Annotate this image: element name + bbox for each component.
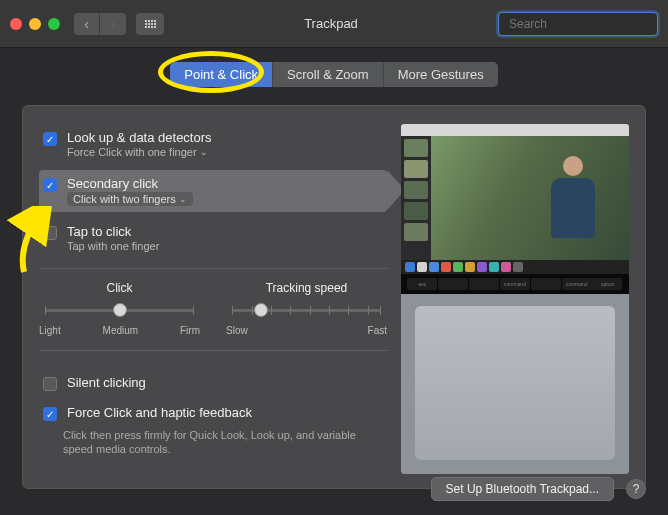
footer: Set Up Bluetooth Trackpad... ? [431, 477, 646, 501]
tab-point-click[interactable]: Point & Click [170, 62, 273, 87]
minimize-icon[interactable] [29, 18, 41, 30]
secondary-subtitle-menu[interactable]: Click with two fingers⌄ [67, 192, 193, 206]
show-all-button[interactable] [136, 13, 164, 35]
click-max: Firm [180, 325, 200, 336]
grid-icon [145, 20, 156, 28]
search-field[interactable] [498, 12, 658, 36]
forward-button[interactable]: › [100, 13, 126, 35]
setup-bluetooth-button[interactable]: Set Up Bluetooth Trackpad... [431, 477, 614, 501]
window-controls [10, 18, 60, 30]
click-slider-group: Click Light Medium Firm [39, 281, 200, 336]
silent-title: Silent clicking [67, 375, 146, 390]
back-button[interactable]: ‹ [74, 13, 100, 35]
window-title: Trackpad [164, 16, 498, 31]
tab-scroll-zoom[interactable]: Scroll & Zoom [273, 62, 384, 87]
silent-checkbox[interactable] [43, 377, 57, 391]
secondary-title: Secondary click [67, 176, 193, 191]
tracking-max: Fast [368, 325, 387, 336]
help-button[interactable]: ? [626, 479, 646, 499]
click-mid: Medium [103, 325, 139, 336]
lookup-title: Look up & data detectors [67, 130, 212, 145]
tracking-slider-group: Tracking speed Slow Fast [226, 281, 387, 336]
gesture-preview: esccommandcommandoption [401, 124, 629, 474]
window-titlebar: ‹ › Trackpad [0, 0, 668, 48]
lookup-checkbox[interactable]: ✓ [43, 132, 57, 146]
close-icon[interactable] [10, 18, 22, 30]
tracking-label: Tracking speed [226, 281, 387, 295]
force-description: Click then press firmly for Quick Look, … [63, 428, 387, 457]
click-min: Light [39, 325, 61, 336]
zoom-icon[interactable] [48, 18, 60, 30]
secondary-click-checkbox[interactable]: ✓ [43, 178, 57, 192]
option-force-click[interactable]: ✓ Force Click and haptic feedback [39, 399, 387, 427]
chevron-down-icon: ⌄ [200, 147, 208, 157]
chevron-down-icon: ⌄ [179, 194, 187, 204]
option-tap-to-click[interactable]: Tap to click Tap with one finger [39, 218, 387, 258]
force-checkbox[interactable]: ✓ [43, 407, 57, 421]
tap-title: Tap to click [67, 224, 159, 239]
lookup-subtitle[interactable]: Force Click with one finger⌄ [67, 146, 212, 158]
tracking-slider[interactable] [226, 301, 387, 323]
click-slider[interactable] [39, 301, 200, 323]
trackpad-graphic [415, 306, 615, 460]
settings-panel: ✓ Look up & data detectors Force Click w… [22, 105, 646, 489]
tab-more-gestures[interactable]: More Gestures [384, 62, 498, 87]
option-lookup[interactable]: ✓ Look up & data detectors Force Click w… [39, 124, 387, 164]
force-title: Force Click and haptic feedback [67, 405, 252, 420]
click-label: Click [39, 281, 200, 295]
tab-bar: Point & Click Scroll & Zoom More Gesture… [0, 62, 668, 87]
tap-subtitle: Tap with one finger [67, 240, 159, 252]
tracking-min: Slow [226, 325, 248, 336]
option-secondary-click[interactable]: ✓ Secondary click Click with two fingers… [39, 170, 387, 212]
tap-checkbox[interactable] [43, 226, 57, 240]
search-input[interactable] [509, 17, 659, 31]
nav-back-forward: ‹ › [74, 13, 126, 35]
option-silent-clicking[interactable]: Silent clicking [39, 369, 387, 397]
